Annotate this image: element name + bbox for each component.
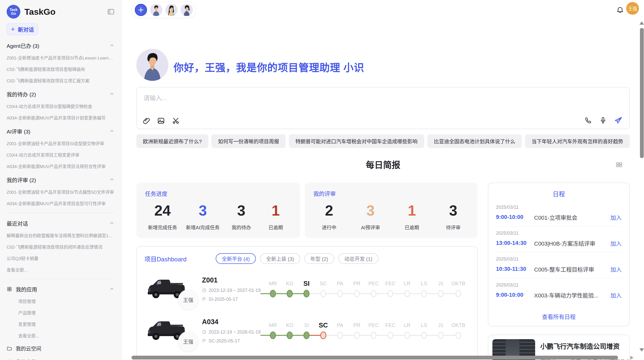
- assistant-avatar-2[interactable]: [165, 4, 178, 16]
- image-upload-icon[interactable]: [157, 117, 165, 125]
- notification-bell-icon[interactable]: [616, 6, 624, 14]
- schedule-event: 2025/03/11 9:00-10:00 C001-立项审批会 加入: [496, 201, 622, 227]
- list-item[interactable]: C02-飞腾新能源轻客改款项目立项汇报方案: [7, 77, 115, 84]
- chevron-up-icon[interactable]: [109, 91, 115, 97]
- milestone-node-todo: [421, 332, 427, 339]
- section-title: Agent已办 (3): [7, 42, 39, 49]
- event-time: 9:00-10:00: [496, 292, 534, 298]
- microphone-icon[interactable]: [599, 116, 607, 124]
- event-date: 2025/03/11: [496, 205, 622, 210]
- scroll-up-arrow[interactable]: [639, 21, 644, 25]
- flag-icon: [202, 339, 207, 343]
- app-item-change[interactable]: 变更管理: [18, 321, 115, 327]
- tab-model-year[interactable]: 年型 (2): [304, 253, 334, 264]
- add-assistant-button[interactable]: [135, 4, 147, 16]
- tab-new-body[interactable]: 全新上装 (3): [260, 253, 300, 264]
- milestone-node-current: [303, 290, 310, 297]
- chevron-up-icon[interactable]: [109, 220, 115, 226]
- view-all-apps[interactable]: 查看全部...: [18, 332, 115, 339]
- clock-icon: [202, 330, 207, 334]
- tab-new-platform[interactable]: 全新平台 (4): [216, 253, 256, 264]
- user-avatar[interactable]: 王强: [626, 2, 639, 15]
- sidebar-item-label: 我的收藏: [16, 358, 36, 360]
- app-item-project[interactable]: 项目管理: [18, 298, 115, 304]
- screenshot-scissors-icon[interactable]: [172, 117, 180, 125]
- chevron-up-icon[interactable]: [109, 128, 115, 134]
- milestone-node-done: [270, 290, 276, 297]
- app-logo: Task Go: [7, 5, 20, 19]
- list-item[interactable]: A034-全新新能源MUV产品开发项目计划变更表编写: [7, 114, 115, 121]
- view-all-chats[interactable]: 查看全部...: [7, 266, 115, 273]
- scroll-down-arrow[interactable]: [639, 348, 644, 352]
- app-header: Task Go TaskGo: [7, 5, 115, 19]
- event-name: C005-整车工程目标评审: [534, 265, 610, 273]
- schedule-card: 日程 2025/03/11 9:00-10:00 C001-立项审批会 加入 2…: [488, 183, 630, 326]
- suggestion-chip[interactable]: 比亚迪全固态电池计划具体说了什么: [427, 134, 522, 148]
- milestone-node-todo: [354, 290, 360, 297]
- sidebar-item-cloud-space[interactable]: 我的云空间: [7, 345, 115, 352]
- join-link[interactable]: 加入: [610, 239, 622, 247]
- app-title: TaskGo: [24, 7, 107, 17]
- voice-call-icon[interactable]: [584, 116, 592, 124]
- project-row-z001[interactable]: 王强 Z001 2023-12-19 ~ 2027-01-19 SI-2025-…: [144, 273, 470, 306]
- greeting-text: 你好，王强，我是你的项目管理助理 小识: [173, 59, 364, 74]
- suggestion-chip[interactable]: 特朗普可能对进口汽车增税会对中国车企造成哪些影响: [289, 134, 424, 148]
- list-item[interactable]: A034-全新新能源MUV产品开发项目法规符合性评审: [7, 163, 115, 169]
- milestone-node-done: [287, 332, 293, 339]
- new-chat-button[interactable]: + 新对话: [7, 23, 38, 35]
- chevron-up-icon[interactable]: [109, 286, 115, 292]
- list-item[interactable]: 公司Q3轻卡销量: [7, 255, 115, 261]
- list-item[interactable]: A034-全新新能源MUV产品开发项目造型可行性评审: [7, 200, 115, 206]
- divider: [6, 213, 116, 213]
- join-link[interactable]: 加入: [610, 291, 622, 299]
- dashboard-title: 项目Dashboard: [144, 254, 216, 263]
- scroll-right-arrow[interactable]: [630, 356, 634, 360]
- view-all-schedule-link[interactable]: 查看所有日程: [496, 310, 622, 321]
- milestone-node-todo: [388, 332, 393, 339]
- suggestion-chip[interactable]: 当下年轻人对汽车外观有怎样的喜好趋势: [525, 134, 630, 148]
- list-item[interactable]: C0X4-动力总成开发项目工程变更评审: [7, 152, 115, 158]
- card-title: 我的评审: [313, 189, 469, 197]
- chat-input[interactable]: [137, 87, 629, 109]
- attachment-icon[interactable]: [142, 117, 150, 125]
- send-icon[interactable]: [614, 116, 623, 125]
- project-row-a034[interactable]: 王强 A034 2023-12-19 ~ 2026-01-19 SC-2025-…: [144, 314, 470, 347]
- suggestion-chip[interactable]: 如何写一份清晰的项目周报: [211, 134, 286, 148]
- join-link[interactable]: 加入: [610, 213, 622, 221]
- flag-icon: [202, 297, 207, 302]
- assistant-avatar-1[interactable]: [150, 4, 162, 16]
- tab-powertrain[interactable]: 动总开发 (1): [338, 253, 378, 264]
- milestone-node-todo: [421, 290, 427, 297]
- milestone-node-done: [303, 332, 310, 339]
- horizontal-scrollbar[interactable]: [131, 356, 618, 359]
- suggestion-chip[interactable]: 欧洲新规最近颁布了什么?: [136, 134, 208, 148]
- chevron-up-icon[interactable]: [109, 177, 115, 183]
- list-item[interactable]: C0X4-动力总成开发项目SI里程碑提交物检查: [7, 103, 115, 109]
- metric-in-progress: 2 进行中: [316, 201, 342, 231]
- event-time: 10:30-11:30: [496, 266, 534, 272]
- plus-icon: +: [11, 25, 15, 33]
- sidebar-item-label: 我的云空间: [16, 345, 41, 352]
- join-link[interactable]: 加入: [610, 265, 622, 273]
- milestone-node-todo: [438, 332, 444, 339]
- layout-grid-icon[interactable]: [615, 161, 623, 169]
- app-logo-line2: Go: [11, 12, 16, 16]
- folder-icon: [7, 346, 12, 351]
- sidebar-collapse-icon[interactable]: [107, 8, 115, 16]
- list-item[interactable]: 解释最新出台的欧盟报废车法规再生塑料比例被调至15%...: [7, 232, 115, 238]
- app-item-product[interactable]: 产品管理: [18, 309, 115, 316]
- metric-new-done: 24 新增完成任务: [148, 201, 177, 231]
- list-item[interactable]: Z001-全新燃油皮卡产品开发项目SI节点Lesson Learn报告: [7, 54, 115, 61]
- list-item[interactable]: Z001-全新燃油轻卡产品开发项目SI节点属性5D文件评审: [7, 189, 115, 195]
- assistant-avatar-3[interactable]: [181, 4, 193, 16]
- milestone-node-done: [287, 290, 293, 297]
- sidebar-item-favorites[interactable]: 我的收藏: [7, 358, 115, 360]
- list-item[interactable]: Z001-全新燃油轻卡产品开发项目SI造型提交物评审: [7, 140, 115, 146]
- vertical-scrollbar[interactable]: [640, 28, 644, 158]
- chevron-up-icon[interactable]: [109, 43, 115, 48]
- assistant-greeting-avatar: [136, 49, 168, 81]
- list-item[interactable]: C02-飞腾新能源轻客改款项目的闭环通告反馈情况: [7, 244, 115, 250]
- project-milestone-date: SI-2025-05-17: [209, 297, 238, 302]
- metric-ai-done: 3 新增AI完成任务: [186, 201, 219, 231]
- list-item[interactable]: C02-飞腾新能源轻客改款项目里程碑画布: [7, 66, 115, 72]
